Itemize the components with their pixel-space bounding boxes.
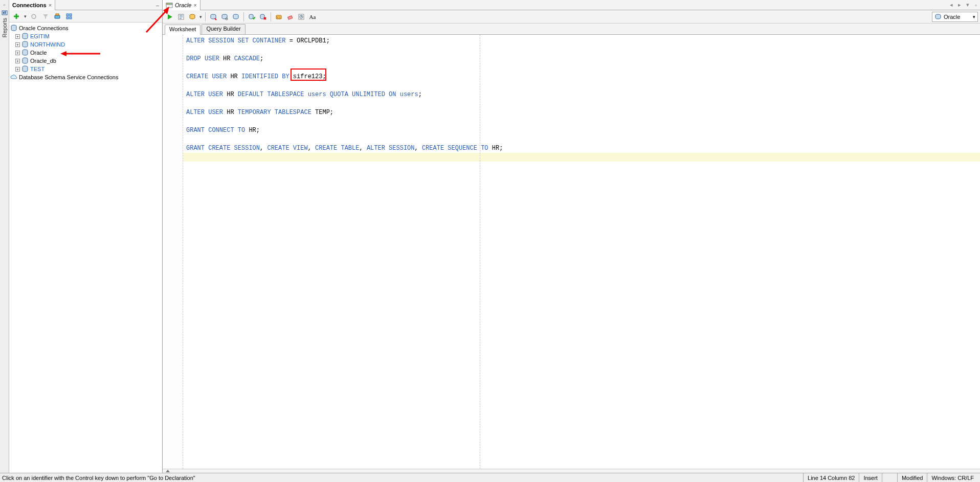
code-content[interactable]: ALTER SESSION SET CONTAINER = ORCLPDB1; … [183,35,980,164]
database-icon [21,33,29,40]
history-button[interactable] [296,12,306,22]
restore-icon[interactable]: ▫ [4,2,6,8]
reports-icon[interactable] [2,10,8,16]
tree-root[interactable]: Oracle Connections [10,24,160,32]
panel-resize-handle[interactable] [163,469,980,473]
tree-item[interactable]: +TEST [10,65,160,73]
annotation-redbox-sifre [291,68,326,81]
tree-item[interactable]: +Oracle_db [10,57,160,65]
refresh-button[interactable] [29,11,39,21]
tree-item-label: TEST [30,66,44,72]
tree-item-label: EGITIM [30,33,50,39]
database-icon [934,13,942,20]
tns-button[interactable] [52,11,62,21]
run-script-button[interactable] [176,12,186,22]
tab-query-builder[interactable]: Query Builder [202,24,245,34]
database-icon [10,25,17,32]
tree-item-label: Oracle [30,50,47,56]
minimize-icon[interactable]: – [153,2,162,8]
worksheet-icon [166,2,173,9]
expand-button[interactable] [64,11,74,21]
connection-selector-label: Oracle [944,14,960,20]
database-icon [21,49,29,56]
svg-rect-29 [288,15,293,19]
reports-rail: ▫ Reports [0,0,9,473]
print-margin [480,35,480,469]
svg-rect-1 [3,12,4,14]
svg-point-18 [167,3,168,4]
tree-item[interactable]: +EGITIM [10,32,160,40]
svg-rect-5 [66,14,69,16]
tree-cloud[interactable]: Database Schema Service Connections [10,73,160,81]
autotrace-button[interactable] [208,12,218,22]
status-bar: Click on an identifier with the Control … [0,473,980,482]
dropdown-icon[interactable]: ▾ [23,14,27,19]
cloud-icon [10,74,17,81]
svg-rect-2 [5,11,6,14]
tree-root-label: Oracle Connections [19,25,69,31]
tree-item-label: NORTHWIND [30,41,65,48]
editor-panel: Oracle × ◂ ▸ ▾ ▫ ▾ SQL [163,0,980,473]
svg-rect-6 [70,14,72,16]
tree-item[interactable]: +Oracle [10,49,160,57]
sql-tuning-button[interactable] [219,12,230,22]
connections-toolbar: ▾ [9,10,162,22]
svg-text:SQL: SQL [276,16,281,19]
db-rollback-button[interactable] [258,12,268,22]
connections-tree[interactable]: Oracle Connections +EGITIM+NORTHWIND+Ora… [9,22,162,473]
tab-next-icon[interactable]: ▸ [955,1,964,9]
editor-gutter [163,35,183,469]
tab-prev-icon[interactable]: ◂ [947,1,955,9]
expand-icon[interactable]: + [15,59,20,63]
expand-icon[interactable]: + [15,42,20,47]
case-button[interactable]: Aa [307,12,318,22]
editor-tab-oracle[interactable]: Oracle × [163,0,201,10]
close-icon[interactable]: × [49,2,52,8]
new-connection-button[interactable] [11,11,21,21]
dropdown-icon[interactable]: ▾ [198,14,203,19]
sql-editor[interactable]: ALTER SESSION SET CONTAINER = ORCLPDB1; … [163,35,980,469]
clear-button[interactable] [285,12,295,22]
database-icon [21,65,29,73]
status-hint: Click on an identifier with the Control … [2,475,803,481]
current-line-highlight [183,153,980,162]
expand-up-icon [166,470,170,472]
tab-worksheet[interactable]: Worksheet [165,25,201,35]
tree-cloud-label: Database Schema Service Connections [19,74,118,80]
svg-rect-7 [66,17,69,19]
expand-icon[interactable]: + [15,67,20,72]
svg-rect-3 [55,15,60,18]
run-button[interactable] [165,12,175,22]
editor-tab-label: Oracle [175,2,191,8]
unshared-button[interactable]: SQL [274,12,284,22]
tab-list-icon[interactable]: ▾ [964,1,972,9]
database-icon [21,41,29,48]
filter-button[interactable] [40,11,51,21]
expand-icon[interactable]: + [15,51,20,55]
close-icon[interactable]: × [193,2,196,8]
db-commit-button[interactable] [247,12,257,22]
expand-icon[interactable]: + [15,34,20,39]
status-spacer [882,473,897,482]
connections-panel: Connections × – ▾ [9,0,163,473]
status-position: Line 14 Column 82 [803,473,859,482]
connections-tab[interactable]: Connections × [9,0,55,10]
status-eol: Windows: CR/LF [927,473,978,482]
tree-item-label: Oracle_db [30,58,56,64]
commit-button[interactable] [231,12,241,22]
editor-toolbar: ▾ SQL Aa Oracle ▾ [163,10,980,24]
connection-selector[interactable]: Oracle ▾ [932,12,978,22]
tab-max-icon[interactable]: ▫ [972,1,980,9]
svg-rect-17 [166,3,172,5]
status-mode: Insert [859,473,882,482]
svg-rect-8 [70,17,72,19]
explain-plan-button[interactable] [187,12,197,22]
connections-tab-label: Connections [12,2,47,8]
worksheet-tabs: Worksheet Query Builder [163,24,980,35]
database-icon [21,57,29,64]
tree-item[interactable]: +NORTHWIND [10,40,160,49]
status-modified: Modified [897,473,927,482]
reports-label[interactable]: Reports [2,18,8,38]
svg-rect-4 [56,14,59,15]
